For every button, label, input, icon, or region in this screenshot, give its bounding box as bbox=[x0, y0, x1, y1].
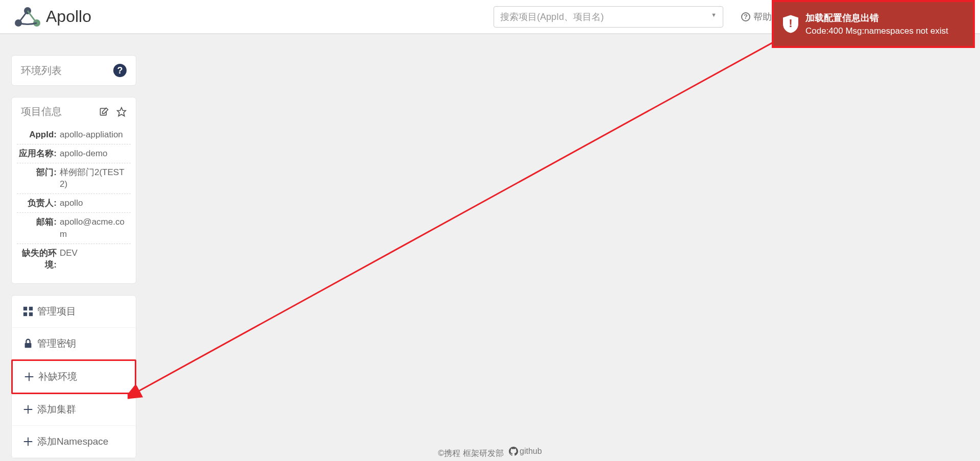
env-list-title: 环境列表 bbox=[21, 64, 62, 78]
action-label: 管理项目 bbox=[37, 305, 76, 318]
annotation-arrow bbox=[128, 26, 801, 403]
info-row-appid: AppId: apollo-appliation bbox=[17, 126, 131, 144]
toast-title: 加载配置信息出错 bbox=[805, 12, 948, 24]
svg-line-11 bbox=[137, 30, 796, 392]
help-link[interactable]: ? 帮助 bbox=[741, 11, 772, 23]
action-label: 管理密钥 bbox=[37, 337, 76, 350]
info-row-owner: 负责人: apollo bbox=[17, 194, 131, 213]
logo-text: Apollo bbox=[46, 7, 91, 26]
action-label: 补缺环境 bbox=[38, 370, 77, 383]
toast-body: Code:400 Msg:namespaces not exist bbox=[805, 26, 948, 36]
plus-icon bbox=[19, 436, 37, 447]
sidebar: 环境列表 ? 项目信息 AppId: apollo-appliation 应用名… bbox=[11, 55, 136, 461]
svg-text:!: ! bbox=[789, 17, 793, 30]
action-add-cluster[interactable]: 添加集群 bbox=[12, 394, 136, 426]
help-hint-icon[interactable]: ? bbox=[113, 64, 127, 77]
star-icon[interactable] bbox=[116, 107, 127, 117]
info-row-appname: 应用名称: apollo-demo bbox=[17, 144, 131, 163]
question-icon: ? bbox=[741, 12, 750, 21]
svg-rect-5 bbox=[23, 307, 27, 310]
project-info-panel: 项目信息 AppId: apollo-appliation 应用名称: apol… bbox=[11, 97, 136, 284]
svg-rect-9 bbox=[25, 343, 32, 348]
copyright-text: ©携程 框架研发部 bbox=[438, 449, 503, 457]
svg-marker-4 bbox=[117, 107, 126, 116]
lock-icon bbox=[19, 338, 37, 349]
action-manage-key[interactable]: 管理密钥 bbox=[12, 328, 136, 360]
project-info-title: 项目信息 bbox=[21, 105, 62, 118]
svg-rect-6 bbox=[29, 307, 33, 310]
apollo-logo-icon bbox=[12, 5, 43, 29]
action-label: 添加集群 bbox=[37, 403, 76, 416]
project-info-header: 项目信息 bbox=[12, 98, 136, 124]
shield-warning-icon: ! bbox=[783, 15, 798, 33]
action-fill-env[interactable]: 补缺环境 bbox=[11, 359, 136, 394]
footer: ©携程 框架研发部 github bbox=[0, 447, 980, 459]
plus-icon bbox=[20, 371, 38, 382]
project-info-table: AppId: apollo-appliation 应用名称: apollo-de… bbox=[12, 124, 136, 283]
help-label: 帮助 bbox=[753, 11, 772, 23]
plus-icon bbox=[19, 404, 37, 415]
github-icon bbox=[509, 447, 518, 456]
search-placeholder: 搜索项目(AppId、项目名) bbox=[500, 11, 604, 23]
grid-icon bbox=[19, 306, 37, 317]
edit-icon[interactable] bbox=[99, 107, 109, 117]
project-search-dropdown[interactable]: 搜索项目(AppId、项目名) ▼ bbox=[494, 6, 723, 28]
info-row-email: 邮箱: apollo@acme.com bbox=[17, 213, 131, 244]
info-row-dept: 部门: 样例部门2(TEST2) bbox=[17, 163, 131, 195]
info-row-missenv: 缺失的环境: DEV bbox=[17, 244, 131, 275]
error-toast: ! 加载配置信息出错 Code:400 Msg:namespaces not e… bbox=[772, 0, 975, 48]
chevron-down-icon: ▼ bbox=[711, 12, 717, 18]
svg-rect-8 bbox=[29, 312, 33, 316]
action-panel: 管理项目 管理密钥 补缺环境 添加集群 添加Namespace bbox=[11, 295, 136, 458]
logo[interactable]: Apollo bbox=[12, 5, 91, 29]
env-list-panel: 环境列表 ? bbox=[11, 55, 136, 86]
github-link[interactable]: github bbox=[506, 447, 542, 456]
action-manage-project[interactable]: 管理项目 bbox=[12, 296, 136, 328]
svg-rect-7 bbox=[23, 312, 27, 316]
